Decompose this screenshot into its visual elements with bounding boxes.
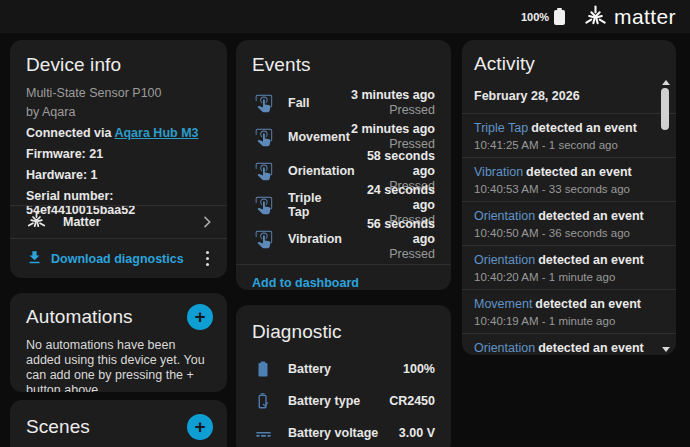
matter-wordmark: matter <box>614 5 676 29</box>
event-relative-time: 2 minutes ago <box>351 122 435 137</box>
event-state: Pressed <box>342 247 435 262</box>
event-state: Pressed <box>351 103 435 118</box>
entity-link[interactable]: Vibration <box>474 165 523 179</box>
entity-link[interactable]: Orientation <box>474 209 535 223</box>
download-diagnostics-label: Download diagnostics <box>51 252 184 266</box>
entity-link[interactable]: Orientation <box>474 253 535 267</box>
diagnostic-list: Battery 100% Battery type CR2450 Battery… <box>236 353 451 447</box>
events-card: Events Fall 3 minutes ago Pressed Moveme… <box>236 40 451 290</box>
entry-timestamp: 10:41:25 AM - 1 second ago <box>474 139 650 151</box>
scrollbar-thumb[interactable] <box>661 88 669 130</box>
entry-timestamp: 10:40:50 AM - 36 seconds ago <box>474 227 650 239</box>
firmware-line: Firmware: 21 <box>26 147 211 161</box>
event-relative-time: 24 seconds ago <box>344 183 435 213</box>
dc-current-icon <box>252 424 274 443</box>
add-to-dashboard-link[interactable]: Add to dashboard <box>252 276 359 290</box>
automations-empty-text: No automations have been added using thi… <box>10 330 227 392</box>
diagnostic-card: Diagnostic Battery 100% Battery type CR2… <box>236 305 451 447</box>
diagnostic-name: Battery voltage <box>288 426 378 440</box>
diagnostic-value: CR2450 <box>389 394 435 408</box>
matter-row-label: Matter <box>63 215 101 229</box>
device-info-title: Device info <box>10 40 227 76</box>
scenes-card: Scenes + <box>10 400 227 447</box>
hardware-line: Hardware: 1 <box>26 168 211 182</box>
battery-icon <box>252 360 274 378</box>
diagnostic-name: Battery <box>288 362 331 376</box>
top-bar: 100% matter <box>0 0 690 33</box>
activity-entry: Triple Tapdetected an event 10:41:25 AM … <box>462 114 676 158</box>
download-diagnostics-button[interactable]: Download diagnostics <box>26 249 184 269</box>
events-list: Fall 3 minutes ago Pressed Movement 2 mi… <box>236 86 451 256</box>
scenes-title: Scenes <box>26 416 90 438</box>
activity-entry: Movementdetected an event 10:40:19 AM - … <box>462 290 676 334</box>
activity-card: Activity February 28, 2026 Triple Tapdet… <box>462 40 676 355</box>
event-name: Triple Tap <box>288 191 344 219</box>
add-automation-button[interactable]: + <box>187 304 213 330</box>
hub-link[interactable]: Aqara Hub M3 <box>114 126 198 140</box>
activity-entry: Orientationdetected an event 10:40:50 AM… <box>462 202 676 246</box>
activity-title: Activity <box>462 40 676 75</box>
device-manufacturer: by Aqara <box>26 105 211 119</box>
activity-list: Triple Tapdetected an event 10:41:25 AM … <box>462 113 676 355</box>
battery-icon <box>554 8 565 25</box>
event-row[interactable]: Fall 3 minutes ago Pressed <box>236 86 451 120</box>
entry-action: detected an event <box>535 297 641 311</box>
entry-action: detected an event <box>526 165 632 179</box>
chevron-right-icon <box>199 214 215 230</box>
diagnostic-value: 3.00 V <box>399 426 435 440</box>
download-diagnostics-row: Download diagnostics <box>10 238 227 278</box>
entry-action: detected an event <box>538 341 644 355</box>
gesture-tap-button-icon <box>252 126 274 148</box>
diagnostic-row[interactable]: Battery voltage 3.00 V <box>236 417 451 447</box>
more-options-icon[interactable] <box>200 247 216 271</box>
activity-scrollbar[interactable] <box>659 80 671 352</box>
download-icon <box>26 249 43 269</box>
activity-entry: Orientationdetected an event 10:40:20 AM… <box>462 246 676 290</box>
matter-logo-icon <box>583 4 608 29</box>
event-row[interactable]: Vibration 56 seconds ago Pressed <box>236 222 451 256</box>
diagnostic-value: 100% <box>403 362 435 376</box>
gesture-tap-button-icon <box>252 228 274 250</box>
add-scene-button[interactable]: + <box>187 414 213 440</box>
scroll-up-arrow-icon[interactable] <box>662 80 670 85</box>
event-name: Movement <box>288 130 350 144</box>
automations-card: Automations + No automations have been a… <box>10 293 227 392</box>
matter-settings-row[interactable]: Matter <box>10 205 227 238</box>
diagnostic-title: Diagnostic <box>236 305 451 343</box>
gesture-tap-button-icon <box>252 194 274 216</box>
activity-entry: Vibrationdetected an event 10:40:53 AM -… <box>462 158 676 202</box>
events-title: Events <box>236 40 451 76</box>
matter-icon <box>26 210 47 234</box>
entry-timestamp: 10:40:53 AM - 33 seconds ago <box>474 183 650 195</box>
event-name: Orientation <box>288 164 355 178</box>
entry-action: detected an event <box>538 209 644 223</box>
connected-via-line: Connected via Aqara Hub M3 <box>26 126 211 140</box>
battery-check-icon <box>252 392 274 410</box>
event-name: Fall <box>288 96 310 110</box>
scroll-down-arrow-icon[interactable] <box>662 347 670 352</box>
event-relative-time: 56 seconds ago <box>342 217 435 247</box>
device-info-card: Device info Multi-State Sensor P100 by A… <box>10 40 227 278</box>
device-model: Multi-State Sensor P100 <box>26 86 211 100</box>
diagnostic-row[interactable]: Battery 100% <box>236 353 451 385</box>
gesture-tap-button-icon <box>252 160 274 182</box>
gesture-tap-button-icon <box>252 92 274 114</box>
entry-action: detected an event <box>531 121 637 135</box>
connected-via-label: Connected via <box>26 126 111 140</box>
entity-link[interactable]: Movement <box>474 297 532 311</box>
activity-date-header: February 28, 2026 <box>462 75 676 113</box>
diagnostic-name: Battery type <box>288 394 360 408</box>
entry-action: detected an event <box>538 253 644 267</box>
event-relative-time: 58 seconds ago <box>355 149 435 179</box>
entity-link[interactable]: Orientation <box>474 341 535 355</box>
automations-title: Automations <box>26 306 133 328</box>
entry-timestamp: 10:40:19 AM - 1 minute ago <box>474 315 650 327</box>
entry-timestamp: 10:40:20 AM - 1 minute ago <box>474 271 650 283</box>
event-name: Vibration <box>288 232 342 246</box>
event-relative-time: 3 minutes ago <box>351 88 435 103</box>
battery-percentage: 100% <box>521 11 549 23</box>
activity-entry: Orientationdetected an event 10:39:49 AM… <box>462 334 676 355</box>
entity-link[interactable]: Triple Tap <box>474 121 528 135</box>
diagnostic-row[interactable]: Battery type CR2450 <box>236 385 451 417</box>
